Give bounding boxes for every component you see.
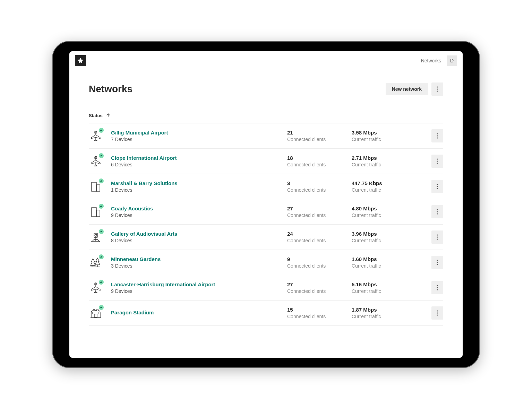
status-ok-badge [98,305,104,310]
svg-point-7 [437,160,438,162]
traffic-value: 5.16 Mbps [352,281,421,287]
network-row[interactable]: Coady Acoustics 9 Devices 27 Connected c… [89,199,443,225]
row-menu-button[interactable] [431,205,443,218]
clients-label: Connected clients [287,137,346,142]
clients-value: 18 [287,155,346,161]
new-network-button[interactable]: New network [386,83,428,95]
svg-point-4 [437,135,438,136]
traffic-label: Current traffic [352,288,421,294]
traffic-label: Current traffic [352,238,421,243]
sort-header[interactable]: Status [89,113,443,123]
network-name[interactable]: Gillig Municipal Airport [111,130,282,136]
svg-point-10 [437,186,438,187]
network-type-icon [89,255,103,269]
more-vertical-icon [437,285,438,290]
clients-value: 27 [287,206,346,211]
row-menu-button[interactable] [431,155,443,168]
network-row[interactable]: Gillig Municipal Airport 7 Devices 21 Co… [89,123,443,149]
svg-point-6 [437,158,438,159]
status-ok-badge [98,229,104,234]
traffic-label: Current traffic [352,162,421,167]
network-name[interactable]: Lancaster-Harrisburg International Airpo… [111,281,282,287]
network-type-icon [89,281,103,295]
check-icon [100,205,103,208]
traffic-label: Current traffic [352,187,421,193]
svg-point-2 [437,90,438,92]
network-row[interactable]: Gallery of Audiovisual Arts 8 Devices 24… [89,225,443,250]
svg-point-0 [437,86,438,87]
status-ok-badge [98,128,104,133]
row-menu-button[interactable] [431,306,443,320]
status-ok-badge [98,153,104,158]
network-devices: 9 Devices [111,288,282,294]
traffic-label: Current traffic [352,137,421,142]
traffic-stat: 5.16 Mbps Current traffic [352,281,421,294]
more-vertical-icon [437,310,438,316]
page-header: Networks New network [89,82,443,96]
network-devices: 6 Devices [111,162,282,167]
network-name[interactable]: Gallery of Audiovisual Arts [111,231,282,237]
network-row[interactable]: Minneneau Gardens 3 Devices 9 Connected … [89,250,443,275]
nav-networks-link[interactable]: Networks [421,58,441,63]
more-vertical-icon [437,184,438,189]
svg-point-12 [437,209,438,210]
network-name[interactable]: Marshall & Barry Solutions [111,180,282,186]
clients-stat: 3 Connected clients [287,180,346,193]
network-main: Gallery of Audiovisual Arts 8 Devices [111,231,282,243]
traffic-value: 3.58 Mbps [352,130,421,136]
network-name[interactable]: Clope International Airport [111,155,282,161]
clients-label: Connected clients [287,162,346,167]
tablet-frame: Networks D Networks New network Status [53,42,479,367]
clients-stat: 27 Connected clients [287,206,346,218]
traffic-stat: 447.75 Kbps Current traffic [352,180,421,193]
network-devices: 8 Devices [111,238,282,243]
row-menu-button[interactable] [431,256,443,269]
svg-point-18 [437,260,438,261]
clients-label: Connected clients [287,212,346,218]
svg-point-26 [437,314,438,315]
traffic-stat: 3.58 Mbps Current traffic [352,130,421,142]
svg-point-13 [437,211,438,212]
header-actions: New network [386,82,443,96]
clients-stat: 24 Connected clients [287,231,346,243]
network-name[interactable]: Coady Acoustics [111,206,282,211]
more-vertical-icon [437,234,438,240]
network-devices: 7 Devices [111,137,282,142]
row-menu-button[interactable] [431,129,443,142]
network-list: Gillig Municipal Airport 7 Devices 21 Co… [89,123,443,326]
svg-point-15 [437,234,438,235]
network-row[interactable]: Clope International Airport 6 Devices 18… [89,149,443,174]
network-type-icon [89,180,103,193]
row-menu-button[interactable] [431,180,443,193]
traffic-value: 1.60 Mbps [352,256,421,262]
network-row[interactable]: Paragon Stadium 15 Connected clients 1.8… [89,301,443,326]
network-type-icon [89,154,103,168]
svg-point-8 [437,163,438,164]
page-title: Networks [89,84,132,95]
traffic-label: Current traffic [352,263,421,269]
check-icon [100,129,103,132]
page-menu-button[interactable] [431,82,443,96]
avatar[interactable]: D [447,55,457,66]
row-menu-button[interactable] [431,281,443,294]
svg-point-17 [437,238,438,240]
traffic-value: 4.80 Mbps [352,206,421,211]
network-name[interactable]: Minneneau Gardens [111,256,282,262]
network-row[interactable]: Lancaster-Harrisburg International Airpo… [89,275,443,301]
clients-label: Connected clients [287,314,346,319]
traffic-stat: 3.96 Mbps Current traffic [352,231,421,243]
network-devices: 3 Devices [111,263,282,269]
app-logo[interactable] [75,55,86,66]
clients-value: 21 [287,130,346,136]
traffic-value: 1.87 Mbps [352,307,421,313]
row-menu-button[interactable] [431,230,443,244]
svg-point-3 [437,133,438,134]
svg-point-14 [437,213,438,214]
status-ok-badge [98,178,104,184]
network-row[interactable]: Marshall & Barry Solutions 1 Devices 3 C… [89,174,443,199]
network-main: Coady Acoustics 9 Devices [111,206,282,218]
network-name[interactable]: Paragon Stadium [111,310,282,315]
check-icon [100,180,103,182]
traffic-stat: 4.80 Mbps Current traffic [352,206,421,218]
svg-point-25 [437,312,438,313]
